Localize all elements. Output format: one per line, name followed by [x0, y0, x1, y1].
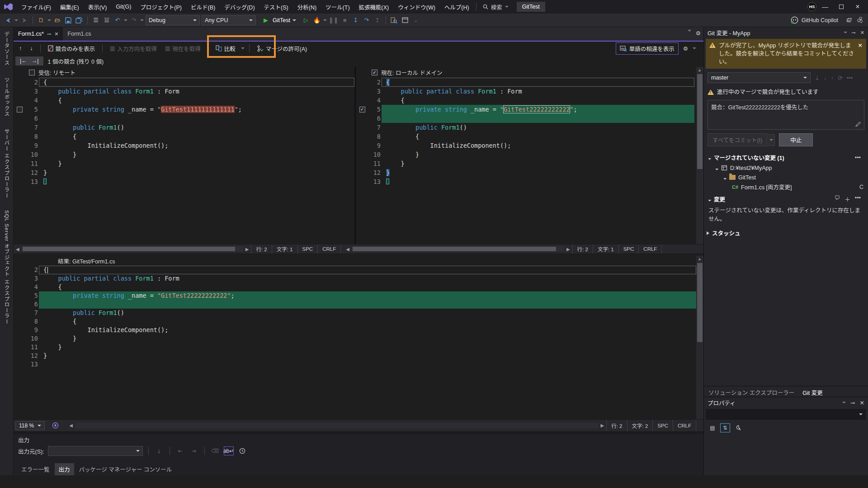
save-button[interactable]: [64, 15, 73, 25]
pin-icon[interactable]: ⊸: [850, 399, 855, 406]
crlf-indicator[interactable]: CRLF: [317, 244, 341, 253]
current-code[interactable]: 2{3 public partial class Form1 : Form4 {…: [356, 78, 694, 186]
close-icon[interactable]: ✕: [858, 42, 863, 66]
tab-output[interactable]: 出力: [55, 463, 74, 475]
commit-message-input[interactable]: 競合：GitTest22222222222を優先した: [708, 100, 864, 130]
navigate-forward-button[interactable]: ⮞: [20, 15, 29, 25]
spc-indicator[interactable]: SPC: [297, 244, 318, 253]
scroll-left-icon[interactable]: ◀: [67, 423, 75, 428]
window-position-dropdown[interactable]: [844, 32, 847, 33]
clear-output-icon[interactable]: ⌫: [210, 446, 220, 455]
menu-analyze[interactable]: 分析(N): [293, 1, 321, 13]
commit-all-button[interactable]: すべてをコミット(I): [708, 133, 767, 146]
fetch-icon[interactable]: ⇣: [815, 75, 820, 81]
scroll-right-icon[interactable]: ▶: [243, 247, 251, 252]
menu-debug[interactable]: デバッグ(D): [220, 1, 259, 13]
new-project-button[interactable]: 🗋: [37, 15, 46, 25]
scroll-left-icon[interactable]: ◀: [344, 247, 352, 252]
pull-icon[interactable]: ↓: [824, 75, 827, 81]
menu-tools[interactable]: ツール(T): [321, 1, 354, 13]
sidebar-item-sql-server-object-explorer[interactable]: SQL Server オブジェクト エクスプローラー: [3, 210, 10, 324]
stage-message-icon[interactable]: 🗩: [835, 195, 840, 203]
search-control[interactable]: 検索: [479, 1, 512, 13]
scroll-up-icon[interactable]: ▲: [698, 68, 702, 72]
conflict-nav-buttons[interactable]: |←→|: [15, 56, 43, 66]
stash-section[interactable]: スタッシュ: [704, 225, 868, 239]
sync-icon[interactable]: ⟳: [838, 75, 843, 81]
prev-message-icon[interactable]: ⇤: [175, 446, 185, 455]
branch-selector[interactable]: master: [708, 72, 811, 83]
undo-dropdown[interactable]: [124, 19, 127, 21]
scroll-right-icon[interactable]: ▶: [599, 423, 607, 428]
incoming-code[interactable]: 2{3 public partial class Form1 : Form4 {…: [14, 78, 354, 186]
start-without-debugging-button[interactable]: ▷: [302, 15, 311, 25]
merge-settings-dropdown[interactable]: [693, 47, 696, 49]
open-file-button[interactable]: 🗁: [53, 15, 62, 25]
outline-indent-icon[interactable]: ☰: [91, 15, 100, 25]
outline-outdent-icon[interactable]: ☱: [102, 15, 111, 25]
conflict-checkbox[interactable]: [17, 107, 23, 113]
menu-edit[interactable]: 編集(E): [56, 1, 83, 13]
health-indicator-icon[interactable]: [52, 422, 59, 429]
menu-window[interactable]: ウィンドウ(W): [394, 1, 439, 13]
navigate-back-button[interactable]: ⮜: [4, 15, 13, 25]
tab-package-manager-console[interactable]: パッケージ マネージャー コンソール: [75, 463, 176, 475]
debug-target-combo[interactable]: Debug: [146, 15, 200, 25]
scroll-left-icon[interactable]: ◀: [14, 247, 22, 252]
next-message-icon[interactable]: ⇥: [189, 446, 199, 455]
solution-name-badge[interactable]: GitTest: [517, 2, 545, 12]
platform-combo[interactable]: Any CPU: [202, 15, 256, 25]
feedback-icon[interactable]: 🗫: [855, 15, 864, 25]
close-button[interactable]: ×: [850, 1, 865, 13]
result-code[interactable]: 2{3 public partial class Form1 : Form4 {…: [14, 266, 696, 369]
maximize-button[interactable]: [834, 1, 849, 13]
start-debugging-button[interactable]: ▶ GitTest: [258, 15, 300, 25]
categorized-view-icon[interactable]: ▤: [708, 423, 717, 432]
changes-section[interactable]: 変更 🗩 ＋ •••: [704, 192, 868, 205]
tab-form1cs-merge[interactable]: Form1.cs* ⊸ ✕: [14, 27, 63, 41]
pause-button[interactable]: ❚❚: [329, 15, 339, 25]
toolbar-overflow[interactable]: ⌄: [411, 15, 420, 25]
output-source-combo[interactable]: [48, 446, 143, 456]
sidebar-item-server-explorer[interactable]: サーバー エクスプローラー: [3, 129, 10, 198]
share-icon[interactable]: 🖅: [844, 15, 854, 25]
show-word-differences-toggle[interactable]: ab 単語の相違を表示: [616, 42, 679, 55]
hot-reload-dropdown[interactable]: [323, 19, 327, 21]
tab-solution-explorer[interactable]: ソリューション エクスプローラー: [708, 388, 794, 395]
take-incoming-button[interactable]: ▥ 入力方向を取得: [107, 43, 160, 54]
next-conflict-button[interactable]: ↓: [27, 44, 35, 53]
conflict-checkbox[interactable]: ✓: [359, 107, 365, 113]
pin-icon[interactable]: ⊸: [47, 31, 51, 37]
stop-button[interactable]: ■: [340, 15, 349, 25]
navigate-back-dropdown[interactable]: [14, 19, 18, 21]
alphabetical-view-icon[interactable]: ⇅: [720, 423, 730, 432]
account-avatar[interactable]: HS: [807, 2, 816, 11]
step-into-button[interactable]: ↧: [351, 15, 360, 25]
current-hscrollbar[interactable]: [352, 246, 564, 252]
tab-error-list[interactable]: エラー一覧: [17, 463, 54, 475]
gear-icon[interactable]: ⚙: [696, 30, 701, 37]
incoming-hscrollbar[interactable]: [22, 246, 243, 252]
goto-message-icon[interactable]: ⤓: [154, 446, 164, 455]
take-current-button[interactable]: ▥ 現在を取得: [162, 43, 203, 54]
file-tree-item[interactable]: C# Form1.cs [両方変更] C: [704, 182, 868, 192]
menu-build[interactable]: ビルド(B): [187, 1, 219, 13]
crlf-indicator[interactable]: CRLF: [638, 244, 662, 253]
menu-project[interactable]: プロジェクト(P): [136, 1, 186, 13]
window-position-dropdown[interactable]: [842, 402, 846, 404]
redo-dropdown[interactable]: [140, 19, 144, 21]
result-pane-scrollbar[interactable]: ▲: [696, 256, 703, 419]
document-list-dropdown[interactable]: [688, 30, 691, 32]
find-in-files-button[interactable]: [390, 15, 399, 25]
repo-tree-item[interactable]: D:¥test2¥MyApp: [704, 163, 868, 173]
gear-icon[interactable]: ⚙: [683, 45, 688, 52]
more-actions-icon[interactable]: •••: [847, 75, 853, 81]
more-actions-icon[interactable]: •••: [855, 195, 861, 203]
step-out-button[interactable]: ↥: [373, 15, 382, 25]
current-pane-scrollbar[interactable]: ▲: [696, 67, 703, 244]
show-conflicts-only-button[interactable]: 競合のみを表示: [45, 43, 98, 54]
solution-explorer-sync-button[interactable]: [401, 15, 410, 25]
zoom-level-select[interactable]: 118 %: [15, 421, 45, 430]
close-icon[interactable]: ✕: [54, 31, 58, 37]
abort-merge-button[interactable]: 中止: [779, 133, 813, 146]
